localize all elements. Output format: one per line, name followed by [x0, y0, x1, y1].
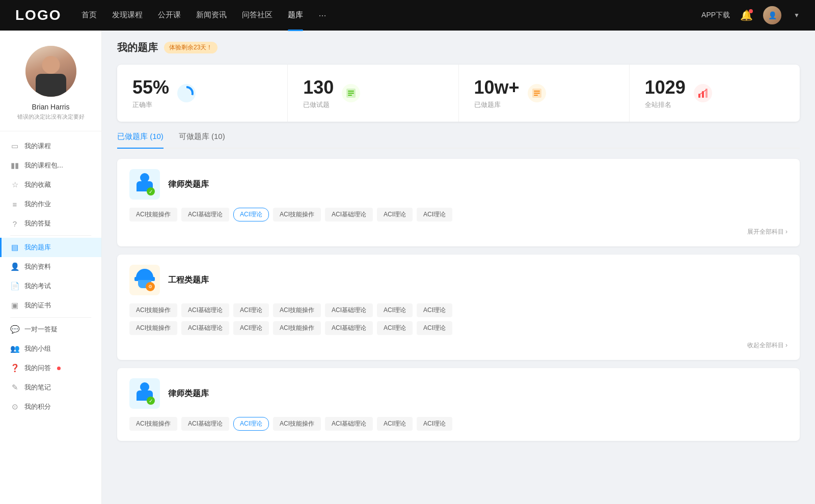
- stat-value-group: 130 已做试题: [303, 77, 334, 109]
- tag-eng-theory3[interactable]: ACI理论: [417, 303, 452, 317]
- svg-rect-4: [348, 93, 354, 94]
- svg-rect-5: [348, 95, 352, 96]
- tag-aci-basic2[interactable]: ACI基础理论: [325, 208, 373, 221]
- tag-eng2-theory1[interactable]: ACI理论: [233, 321, 269, 335]
- tag-eng2-basic1[interactable]: ACI基础理论: [181, 321, 229, 335]
- menu-profile[interactable]: 👤 我的资料: [0, 257, 101, 276]
- tag-l2-theory-active[interactable]: ACI理论: [233, 417, 269, 431]
- tag-eng-skill2[interactable]: ACI技能操作: [273, 303, 321, 317]
- tag-l2-skill1[interactable]: ACI技能操作: [129, 417, 177, 431]
- tab-available[interactable]: 可做题库 (10): [179, 132, 225, 148]
- menu-exam[interactable]: 📄 我的考试: [0, 276, 101, 296]
- menu-label: 一对一答疑: [24, 325, 58, 334]
- menu-label: 我的小组: [24, 344, 51, 353]
- stat-value-group: 1029 全站排名: [645, 77, 686, 109]
- question-icon: ?: [10, 219, 19, 228]
- banks-icon: [528, 84, 546, 102]
- page-header: 我的题库 体验剩余23天！: [117, 41, 800, 54]
- profile-icon: 👤: [10, 262, 19, 271]
- divider1: [10, 235, 91, 236]
- tag-eng2-basic2[interactable]: ACI基础理论: [325, 321, 373, 335]
- tag-aci-skill[interactable]: ACI技能操作: [129, 208, 177, 221]
- main-layout: Brian Harris 错误的决定比没有决定要好 ▭ 我的课程 ▮▮ 我的课程…: [0, 31, 815, 504]
- tag-aci-theory3[interactable]: ACI理论: [417, 208, 452, 221]
- navbar: LOGO 首页 发现课程 公开课 新闻资讯 问答社区 题库 ··· APP下载 …: [0, 0, 815, 31]
- menu-homework[interactable]: ≡ 我的作业: [0, 194, 101, 214]
- engineer-helmet-icon: ⚙: [134, 269, 155, 291]
- menu-my-courses[interactable]: ▭ 我的课程: [0, 136, 101, 156]
- nav-more[interactable]: ···: [318, 10, 326, 21]
- tag-l2-basic2[interactable]: ACI基础理论: [325, 417, 373, 431]
- menu-tutoring[interactable]: 💬 一对一答疑: [0, 320, 101, 339]
- stats-bar: 55% 正确率 130 已做试题: [117, 65, 800, 122]
- avatar-head: [42, 56, 60, 74]
- qbank-card-header: ⚙ 工程类题库: [129, 265, 787, 295]
- tag-eng-skill1[interactable]: ACI技能操作: [129, 303, 177, 317]
- tag-eng2-theory2[interactable]: ACI理论: [377, 321, 413, 335]
- tag-eng-basic2[interactable]: ACI基础理论: [325, 303, 373, 317]
- tag-eng2-skill1[interactable]: ACI技能操作: [129, 321, 177, 335]
- nav-open[interactable]: 公开课: [158, 10, 181, 21]
- menu-questions[interactable]: ? 我的答疑: [0, 214, 101, 233]
- menu-points[interactable]: ⊙ 我的积分: [0, 397, 101, 416]
- menu-label: 我的积分: [24, 402, 51, 411]
- menu-certificate[interactable]: ▣ 我的证书: [0, 296, 101, 315]
- logo[interactable]: LOGO: [15, 7, 61, 23]
- tag-aci-theory-active[interactable]: ACI理论: [233, 208, 269, 221]
- tag-eng2-theory3[interactable]: ACI理论: [417, 321, 452, 335]
- star-icon: ☆: [10, 180, 19, 189]
- profile-name: Brian Harris: [32, 103, 70, 111]
- tag-aci-theory2[interactable]: ACI理论: [377, 208, 413, 221]
- tag-eng-basic1[interactable]: ACI基础理论: [181, 303, 229, 317]
- stat-value-group: 10w+ 已做题库: [474, 77, 520, 109]
- stat-value-group: 55% 正确率: [132, 77, 169, 109]
- expand-all-button-lawyer1[interactable]: 展开全部科目 ›: [747, 228, 787, 236]
- menu-my-qa[interactable]: ❓ 我的问答: [0, 358, 101, 378]
- sidebar-menu: ▭ 我的课程 ▮▮ 我的课程包... ☆ 我的收藏 ≡ 我的作业 ? 我的答疑 …: [0, 131, 101, 422]
- trial-badge: 体验剩余23天！: [164, 42, 218, 53]
- nav-qbank[interactable]: 题库: [288, 10, 303, 21]
- menu-notes[interactable]: ✎ 我的笔记: [0, 378, 101, 397]
- menu-favorites[interactable]: ☆ 我的收藏: [0, 175, 101, 194]
- tag-l2-theory2[interactable]: ACI理论: [377, 417, 413, 431]
- user-menu-chevron[interactable]: ▼: [794, 12, 800, 19]
- lawyer2-person-icon: ✓: [134, 382, 155, 405]
- tag-eng-theory2[interactable]: ACI理论: [377, 303, 413, 317]
- tag-l2-basic1[interactable]: ACI基础理论: [181, 417, 229, 431]
- menu-label: 我的资料: [24, 262, 51, 271]
- lawyer-icon-wrapper: ✓: [129, 169, 160, 200]
- tag-aci-skill2[interactable]: ACI技能操作: [273, 208, 321, 221]
- nav-links: 首页 发现课程 公开课 新闻资讯 问答社区 题库 ···: [82, 10, 701, 21]
- tag-eng2-skill2[interactable]: ACI技能操作: [273, 321, 321, 335]
- collapse-all-button-engineer1[interactable]: 收起全部科目 ›: [747, 341, 787, 350]
- course-icon: ▭: [10, 142, 19, 151]
- svg-rect-3: [348, 91, 354, 92]
- notes-icon: ✎: [10, 383, 19, 392]
- done-questions-value: 130: [303, 77, 334, 98]
- tag-eng-theory1[interactable]: ACI理论: [233, 303, 269, 317]
- nav-home[interactable]: 首页: [82, 10, 97, 21]
- nav-courses[interactable]: 发现课程: [112, 10, 143, 21]
- questions-list-icon: [345, 88, 357, 99]
- stat-rank: 1029 全站排名: [630, 65, 800, 122]
- menu-group[interactable]: 👥 我的小组: [0, 339, 101, 358]
- tag-aci-basic[interactable]: ACI基础理论: [181, 208, 229, 221]
- menu-label: 我的作业: [24, 200, 51, 209]
- menu-course-packages[interactable]: ▮▮ 我的课程包...: [0, 156, 101, 175]
- nav-news[interactable]: 新闻资讯: [196, 10, 227, 21]
- tag-l2-skill2[interactable]: ACI技能操作: [273, 417, 321, 431]
- user-avatar[interactable]: 👤: [763, 6, 781, 24]
- helmet-badge: ⚙: [146, 282, 155, 291]
- nav-qa[interactable]: 问答社区: [242, 10, 273, 21]
- tab-done[interactable]: 已做题库 (10): [117, 132, 164, 148]
- group-icon: 👥: [10, 344, 19, 353]
- app-download[interactable]: APP下载: [701, 11, 730, 20]
- notification-bell[interactable]: 🔔: [740, 9, 753, 21]
- tag-l2-theory3[interactable]: ACI理论: [417, 417, 452, 431]
- tutoring-icon: 💬: [10, 325, 19, 334]
- qbank-title-lawyer2: 律师类题库: [168, 388, 209, 399]
- sidebar: Brian Harris 错误的决定比没有决定要好 ▭ 我的课程 ▮▮ 我的课程…: [0, 31, 102, 504]
- accuracy-label: 正确率: [132, 100, 169, 109]
- rank-value: 1029: [645, 77, 686, 98]
- menu-qbank[interactable]: ▤ 我的题库: [0, 238, 101, 257]
